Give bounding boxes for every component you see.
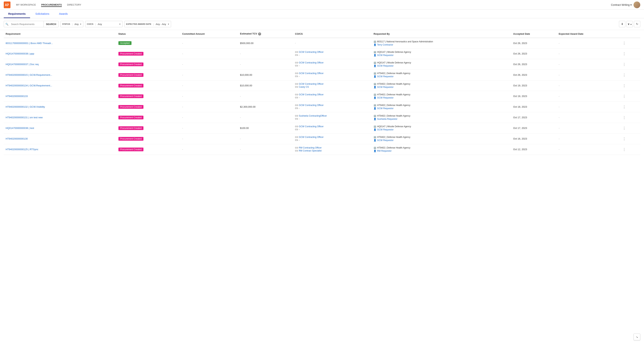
table-row: HT94020000000133Procurement Created-- CO… (4, 91, 640, 102)
co-link[interactable]: Susheela ContractingOfficer (299, 115, 327, 117)
tab-solicitations[interactable]: Solicitations (31, 10, 54, 18)
more-actions-button[interactable]: ⋮ (622, 115, 627, 120)
more-actions-button[interactable]: ⋮ (622, 126, 627, 131)
requirement-link[interactable]: HT94020000000133 (6, 95, 28, 98)
col-accepted-date: Accepted Date (512, 30, 557, 38)
requested-by-cell: 🏢 HT9402 | Defense Health Agency 👤 RM Re… (372, 144, 511, 155)
org-text: HT9402 | Defense Health Agency (377, 136, 410, 138)
requirement-link[interactable]: HT94020000000132 | GCW.Visibility (6, 105, 45, 108)
table-row: HT94020000000131 | sm test newProcuremen… (4, 112, 640, 123)
co-link[interactable]: RM Contracting Officer (299, 147, 322, 149)
requirement-link[interactable]: HQ01470000000036 | test (6, 127, 34, 130)
table-row: HT94020000000130Procurement Created-- CO… (4, 133, 640, 144)
nav-procurements[interactable]: PROCUREMENTS (41, 2, 62, 7)
status-filter[interactable]: STATUS | Any ▼ (60, 21, 83, 27)
co-link[interactable]: GCW Contracting Officer (299, 61, 324, 64)
co-label: CO (295, 51, 298, 53)
requirement-link[interactable]: HQ01470000000037 | Doc req (6, 63, 39, 66)
requirement-link[interactable]: HQ01470000000038 | ppp (6, 52, 34, 55)
person-icon: 👤 (374, 118, 376, 120)
requirement-link[interactable]: HT94020000000131 | sm test new (6, 116, 43, 119)
cs-label: CS (295, 118, 298, 120)
co-cs-cell: COGCW Contracting Officer CS- (293, 59, 372, 70)
person-icon: 👤 (374, 43, 376, 46)
more-actions-button[interactable]: ⋮ (622, 51, 627, 56)
row-actions: ⋮ (620, 91, 640, 102)
org-text: 803117 | National Aeronautics and Space … (377, 40, 433, 43)
table-row: HT94020000000125 | RTSyncProcurement Cre… (4, 144, 640, 155)
row-actions: ⋮ (620, 48, 640, 59)
search-input[interactable] (10, 23, 44, 25)
more-actions-button[interactable]: ⋮ (622, 136, 627, 141)
co-link[interactable]: GCW Contracting Officer (299, 104, 324, 107)
table-row: HT94020000000134 | GCW.Requirement...Pro… (4, 80, 640, 91)
requirement-link[interactable]: HT94020000000125 | RTSync (6, 148, 38, 151)
estimated-tcv: - (238, 91, 293, 102)
requirement-link[interactable]: HT94020000000134 | GCW.Requirement... (6, 84, 52, 87)
org-icon: 🏢 (374, 83, 376, 85)
person-icon: 👤 (374, 65, 376, 67)
requirement-link[interactable]: HT94020000000130 (6, 137, 28, 140)
person-link[interactable]: GCW Requestor (377, 107, 394, 110)
person-link[interactable]: RM Requestor (377, 150, 392, 152)
download-button[interactable]: ⬇ (619, 21, 625, 27)
co-link[interactable]: GCW Contracting Officer (299, 72, 324, 75)
tcv-help-icon[interactable]: ? (258, 32, 261, 35)
person-link[interactable]: GCW Requestor (377, 75, 394, 78)
org-text: HT9402 | Defense Health Agency (377, 83, 410, 85)
cs-link[interactable]: Casey CS (299, 86, 309, 88)
expected-award-date: - (557, 59, 620, 70)
tab-requirements[interactable]: Requirements (4, 10, 30, 18)
person-link[interactable]: GCW Requestor (377, 128, 394, 131)
person-link[interactable]: GCW Requestor (377, 96, 394, 99)
more-actions-button[interactable]: ⋮ (622, 83, 627, 88)
expected-award-date: - (557, 112, 620, 123)
co-link[interactable]: GCW Contracting Officer (299, 83, 324, 85)
avatar-image (634, 1, 640, 8)
nav-my-workspace[interactable]: MY WORKSPACE (16, 2, 36, 7)
person-link[interactable]: GCW Requestor (377, 54, 394, 56)
co-link[interactable]: GCW Contracting Officer (299, 125, 324, 128)
more-actions-button[interactable]: ⋮ (622, 94, 627, 99)
co-link[interactable]: GCW Contracting Officer (299, 93, 324, 96)
expected-award-date: - (557, 133, 620, 144)
person-link[interactable]: GCW Requestor (377, 65, 394, 67)
requirement-link[interactable]: 80311700000000001 | Boxx AMD Threadr... (6, 42, 53, 45)
expected-award-date: - (557, 80, 620, 91)
status-badge: Procurement Created (118, 52, 144, 56)
requirement-link[interactable]: HT94020000000015 | GCW.Requirement... (6, 73, 52, 76)
user-avatar[interactable] (634, 1, 640, 8)
more-actions-button[interactable]: ⋮ (622, 104, 627, 109)
requested-by-cell: 🏢 HQ0147 | Missile Defense Agency 👤 GCW … (372, 123, 511, 133)
person-link[interactable]: GCW Requestor (377, 139, 394, 142)
org-text: HT9402 | Defense Health Agency (377, 115, 410, 117)
contract-writing-button[interactable]: Contract Writing ▾ (611, 3, 632, 6)
person-link[interactable]: Susheela Requestor (377, 118, 398, 120)
co-label: CO (295, 104, 298, 106)
cs-link[interactable]: RM Contract Specialist (299, 150, 322, 152)
org-icon: 🏢 (374, 72, 376, 75)
app-logo[interactable] (4, 1, 10, 8)
filter-icon: ▼ (627, 22, 630, 26)
person-link[interactable]: Terry Contractor (377, 43, 393, 46)
more-actions-button[interactable]: ⋮ (622, 73, 627, 77)
cs-label: CS (295, 128, 298, 131)
more-actions-button[interactable]: ⋮ (622, 147, 627, 152)
nav-links: MY WORKSPACE PROCUREMENTS DIRECTORY (16, 2, 611, 7)
filter-bar: 🔍 SEARCH STATUS | Any ▼ CO/CS | Any ▼ EX… (0, 18, 644, 30)
filter-button[interactable]: ▼ ▲ (626, 21, 633, 27)
cs-label: CS (295, 139, 298, 141)
committed-amount: - (180, 48, 238, 59)
refresh-button[interactable]: ↻ (634, 21, 640, 27)
person-link[interactable]: GCW Requestor (377, 86, 394, 88)
co-link[interactable]: GCW Contracting Officer (299, 51, 324, 53)
nav-directory[interactable]: DIRECTORY (67, 2, 81, 7)
more-actions-button[interactable]: ⋮ (622, 62, 627, 67)
more-actions-button[interactable]: ⋮ (622, 41, 627, 45)
cocs-filter[interactable]: CO/CS | Any ▼ (85, 21, 122, 27)
cocs-filter-value: Any (98, 23, 118, 25)
co-link[interactable]: GCW Contracting Officer (299, 136, 324, 138)
tab-awards[interactable]: Awards (54, 10, 72, 18)
search-button[interactable]: SEARCH (44, 21, 58, 27)
expected-award-filter[interactable]: EXPECTED AWARD DATE | Any - Any ▼ (124, 21, 171, 27)
